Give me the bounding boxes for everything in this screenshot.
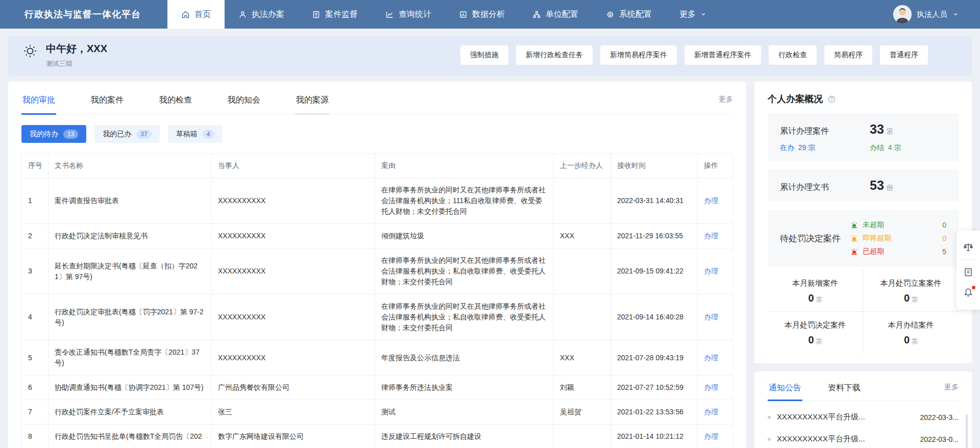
cell-cause: 年度报告及公示信息违法 — [375, 340, 554, 376]
nav-item-label: 执法办案 — [252, 9, 284, 20]
notice-title: XXXXXXXXXX平台升级... — [777, 434, 914, 444]
table-header-row: 序号 文书名称 当事人 案由 上一步经办人 接收时间 操作 — [22, 154, 733, 178]
total-cases-unit: 宗 — [887, 127, 893, 136]
cell-party: XXXXXXXXXX — [212, 340, 375, 376]
main-content: 我的审批 我的案件 我的检查 我的知会 我的案源 更多 我的待办 13 我的已办… — [0, 76, 980, 448]
total-docs-value: 53 — [870, 178, 884, 193]
cell-party: XXXXXXXXXX — [212, 178, 375, 224]
alarm-value: 0 — [942, 234, 946, 242]
nav-item-label: 查询统计 — [399, 9, 431, 20]
notice-more-link[interactable]: 更多 — [944, 383, 959, 392]
overview-title-row: 个人办案概况 — [768, 93, 959, 105]
monthly-stats-grid: 本月新增案件 0宗 本月处罚立案案件 0宗 本月处罚决定案件 0宗 本月办结案件… — [768, 270, 959, 353]
cell-party: XXXXXXXXXX — [212, 248, 375, 294]
tab-my-notifications[interactable]: 我的知会 — [227, 85, 261, 115]
nav-item-unit-config[interactable]: 单位配置 — [519, 0, 592, 29]
filter-my-done[interactable]: 我的已办 37 — [94, 125, 159, 143]
new-inspection-task-button[interactable]: 新增行政检查任务 — [516, 45, 593, 65]
cell-index: 4 — [22, 294, 48, 340]
avatar — [893, 5, 912, 23]
compulsory-measures-button[interactable]: 强制措施 — [460, 45, 508, 65]
new-simple-procedure-case-button[interactable]: 新增简易程序案件 — [600, 45, 677, 65]
nav-item-more[interactable]: 更多 — [666, 0, 720, 29]
notification-quick-button[interactable] — [963, 282, 973, 303]
right-column: 个人办案概况 累计办理案件 33 宗 在办 29 宗 办结 4 宗 — [754, 82, 972, 448]
scrollbar[interactable] — [966, 414, 968, 448]
user-name: 执法人员 — [917, 10, 947, 19]
cell-previous-handler: XXX — [554, 340, 611, 376]
tab-my-cases[interactable]: 我的案件 — [90, 85, 125, 115]
simple-procedure-button[interactable]: 简易程序 — [824, 45, 872, 65]
cell-index: 6 — [22, 376, 48, 400]
handle-link[interactable]: 办理 — [704, 432, 718, 440]
handle-link[interactable]: 办理 — [704, 383, 718, 391]
cell-cause: 在律师事务所执业的同时又在其他律师事务所或者社会法律服务机构执业；私自收取律师费… — [375, 248, 554, 294]
col-cause: 案由 — [375, 154, 554, 178]
personal-overview-panel: 个人办案概况 累计办理案件 33 宗 在办 29 宗 办结 4 宗 — [754, 82, 972, 363]
handle-link[interactable]: 办理 — [704, 196, 718, 205]
siren-icon — [850, 221, 859, 230]
nav-item-system-config[interactable]: 系统配置 — [592, 0, 666, 29]
nav-item-case-supervision[interactable]: 案件监督 — [298, 0, 372, 29]
cell-cause: 律师事务所违法执业案 — [375, 376, 554, 400]
table-row: 1 案件调查报告审批表 XXXXXXXXXX 在律师事务所执业的同时又在其他律师… — [22, 178, 733, 224]
administrative-inspection-button[interactable]: 行政检查 — [769, 45, 817, 65]
handle-link[interactable]: 办理 — [704, 267, 718, 275]
nav-item-query-statistics[interactable]: 查询统计 — [372, 0, 445, 29]
document-quick-button[interactable] — [963, 262, 973, 282]
tab-my-inspections[interactable]: 我的检查 — [158, 85, 193, 115]
work-tabs-more-link[interactable]: 更多 — [719, 95, 733, 104]
work-tabs: 我的审批 我的案件 我的检查 我的知会 我的案源 更多 — [21, 85, 733, 115]
gear-icon — [606, 10, 615, 19]
user-menu[interactable]: 执法人员 — [893, 0, 980, 29]
scale-quick-button[interactable] — [963, 237, 973, 257]
handle-link[interactable]: 办理 — [704, 313, 718, 321]
cell-party: 数字广东网络建设有限公司 — [212, 425, 375, 448]
handle-link[interactable]: 办理 — [704, 408, 718, 416]
done-count-badge: 37 — [136, 130, 151, 139]
tab-my-case-sources[interactable]: 我的案源 — [295, 85, 330, 115]
cell-document-name: 行政处罚决定法制审核意见书 — [48, 224, 212, 248]
main-nav: 首页 执法办案 案件监督 查询统计 数据分析 单位配置 系统配置 更多 — [167, 0, 720, 29]
alarm-value: 0 — [942, 221, 946, 229]
cell-received-time: 2021-11-29 16:03:55 — [611, 224, 698, 248]
drafts-count-badge: 4 — [203, 130, 214, 139]
total-docs-box: 累计办理文书 53 份 — [768, 169, 959, 202]
closed-link[interactable]: 办结 4 宗 — [870, 143, 901, 153]
nav-item-case-handling[interactable]: 执法办案 — [225, 0, 298, 29]
table-row: 5 责令改正通知书(粤穗数T全局责字〔2021〕37号) XXXXXXXXXX … — [22, 340, 733, 376]
table-row: 7 行政处罚案件立案/不予立案审批表 张三 测试 吴祖贺 2021-01-22 … — [22, 400, 733, 425]
nav-item-home[interactable]: 首页 — [167, 0, 225, 29]
col-document-name: 文书名称 — [48, 154, 212, 178]
tab-my-approvals[interactable]: 我的审批 — [21, 85, 56, 115]
tab-notices[interactable]: 通知公告 — [768, 374, 802, 401]
greeting-texts: 中午好，XXX 测试三组 — [46, 42, 107, 68]
cell-cause: 在律师事务所执业的同时又在其他律师事务所或者社会法律服务机构执业；私自收取律师费… — [375, 294, 554, 340]
chevron-down-icon — [952, 11, 959, 17]
notice-item[interactable]: XXXXXXXXXX平台升级... 2022-03-3... — [768, 406, 959, 428]
notice-item[interactable]: XXXXXXXXXX平台升级... 2022-03-0... — [768, 428, 959, 448]
col-previous-handler: 上一步经办人 — [554, 154, 611, 178]
chevron-down-icon — [700, 11, 706, 17]
nav-item-label: 单位配置 — [546, 9, 578, 20]
filter-label: 我的待办 — [30, 130, 58, 139]
general-procedure-button[interactable]: 普通程序 — [880, 45, 928, 65]
question-icon[interactable] — [827, 95, 836, 104]
cell-received-time: 2021-01-14 10:21:12 — [611, 425, 698, 448]
handle-link[interactable]: 办理 — [704, 232, 718, 240]
pending-decision-box: 待处罚决定案件 未超期 0 即将超期 0 已超期 — [768, 210, 959, 267]
notice-date: 2022-03-0... — [920, 435, 959, 443]
in-progress-link[interactable]: 在办 29 宗 — [780, 143, 870, 153]
handle-link[interactable]: 办理 — [704, 354, 718, 362]
filter-drafts[interactable]: 草稿箱 4 — [168, 125, 223, 143]
filter-label: 我的已办 — [103, 130, 131, 139]
table-row: 6 协助调查通知书(粤穗〔协调字2021〕第 107号) 广州品隽餐饮有限公司 … — [22, 376, 733, 400]
nav-item-data-analysis[interactable]: 数据分析 — [445, 0, 519, 29]
notice-tabs: 通知公告 资料下载 更多 — [768, 374, 959, 401]
alarm-label: 未超期 — [863, 220, 884, 230]
filter-my-todo[interactable]: 我的待办 13 — [21, 125, 86, 143]
tab-downloads[interactable]: 资料下载 — [827, 374, 862, 401]
cell-previous-handler — [554, 178, 611, 224]
cell-document-name: 责令改正通知书(粤穗数T全局责字〔2021〕37号) — [48, 340, 212, 376]
new-general-procedure-case-button[interactable]: 新增普通程序案件 — [684, 45, 761, 65]
